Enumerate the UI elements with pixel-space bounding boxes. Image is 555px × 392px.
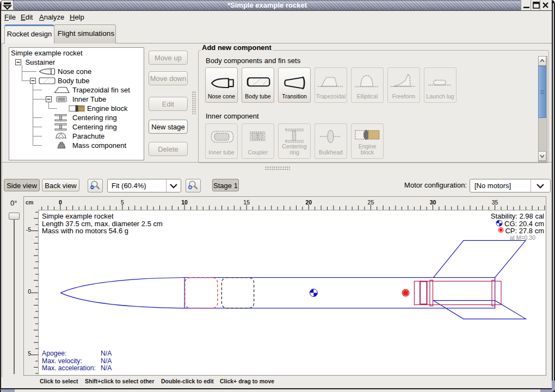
svg-text:15: 15 <box>243 199 250 206</box>
svg-text:Centering ring: Centering ring <box>72 123 117 131</box>
svg-text:0: 0 <box>59 199 62 206</box>
svg-text:0: 0 <box>28 288 31 295</box>
svg-text:35: 35 <box>492 199 498 206</box>
svg-text:10: 10 <box>181 199 188 206</box>
svg-text:Centering ring: Centering ring <box>72 114 117 122</box>
svg-text:CP: 27.8 cm: CP: 27.8 cm <box>505 227 544 235</box>
svg-text:Inner Tube: Inner Tube <box>72 95 106 103</box>
svg-text:5: 5 <box>28 350 31 357</box>
svg-text:Mass with no motors 54.6 g: Mass with no motors 54.6 g <box>42 227 128 235</box>
svg-text:Engine block: Engine block <box>87 104 128 113</box>
svg-text:25: 25 <box>368 199 374 206</box>
svg-text:5: 5 <box>121 199 124 206</box>
svg-text:N/A: N/A <box>101 350 112 357</box>
svg-text:30: 30 <box>430 199 436 206</box>
svg-text:Mass component: Mass component <box>72 141 126 150</box>
svg-text:-5: -5 <box>26 226 31 233</box>
svg-text:N/A: N/A <box>101 364 112 372</box>
svg-text:Body tube: Body tube <box>58 77 90 85</box>
svg-text:Max. acceleration:: Max. acceleration: <box>42 364 96 372</box>
svg-text:N/A: N/A <box>101 357 112 365</box>
svg-text:Simple example rocket: Simple example rocket <box>11 49 83 57</box>
svg-text:Trapezoidal fin set: Trapezoidal fin set <box>72 86 130 94</box>
svg-text:Max. velocity:: Max. velocity: <box>42 357 82 365</box>
svg-text:20: 20 <box>305 199 312 206</box>
svg-text:Nose cone: Nose cone <box>58 67 91 76</box>
svg-text:Parachute: Parachute <box>72 132 104 140</box>
svg-text:Apogee:: Apogee: <box>42 350 66 357</box>
svg-text:at M=0.30: at M=0.30 <box>510 234 535 241</box>
svg-text:Sustainer: Sustainer <box>26 58 56 66</box>
